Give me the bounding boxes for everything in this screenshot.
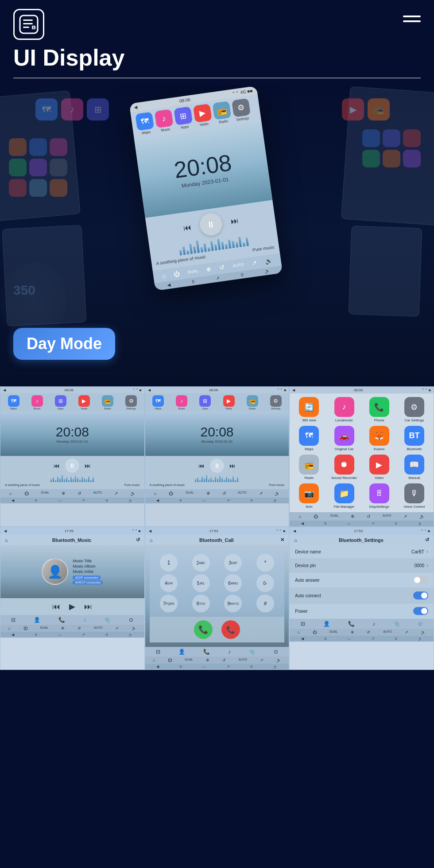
app-maps[interactable]: 🗺 Maps xyxy=(293,426,325,451)
dial-8[interactable]: 8TUV xyxy=(192,595,210,612)
dial-5[interactable]: 5JKL xyxy=(192,574,210,592)
app-radio[interactable]: 📻 Radio xyxy=(293,455,325,480)
bt-nav-circle-2[interactable]: ⊙ xyxy=(274,649,278,655)
mini-prev-1[interactable]: ⏮ xyxy=(54,462,60,469)
dial-3[interactable]: 3DEF xyxy=(224,554,242,572)
bt-nav-phone-2[interactable]: 📞 xyxy=(203,649,210,655)
app-localmusic[interactable]: ♪ Localmusic xyxy=(328,397,360,422)
app-carsettings[interactable]: ⚙ Car Settings xyxy=(399,397,430,422)
mini-radio-1[interactable]: 📻 Radio xyxy=(96,395,119,410)
call-accept-button[interactable]: 📞 xyxy=(194,620,213,639)
mini-prev-2[interactable]: ⏮ xyxy=(198,462,205,469)
bt-nav-circle-3[interactable]: ⊙ xyxy=(418,621,422,627)
mini-radio-2[interactable]: 📻 Radio xyxy=(241,395,264,410)
bt-nav-phone[interactable]: 📞 xyxy=(58,617,65,623)
mini-power-2[interactable]: ⏻ xyxy=(169,491,173,496)
app-360view[interactable]: 🔄 360 view xyxy=(293,397,325,422)
next-icon[interactable]: ⏭ xyxy=(230,216,240,226)
app-bluetooth[interactable]: BT Bluetooth xyxy=(399,426,430,451)
bt-nav-music-3[interactable]: ♪ xyxy=(373,621,376,627)
volume-icon[interactable]: 🔊 xyxy=(264,257,273,265)
prev-icon[interactable]: ⏮ xyxy=(183,222,192,233)
mini-next-1[interactable]: ⏭ xyxy=(85,462,91,469)
bt-nav-clip-2[interactable]: 📎 xyxy=(249,649,256,655)
bt-close-icon[interactable]: ✕ xyxy=(280,537,284,543)
bt-prev[interactable]: ⏮ xyxy=(52,602,60,611)
mini-settings-2[interactable]: ⚙ Settings xyxy=(264,395,287,410)
bt-nav-phone-3[interactable]: 📞 xyxy=(348,621,355,627)
bt-next[interactable]: ⏭ xyxy=(84,602,92,611)
call-decline-button[interactable]: 📞 xyxy=(221,620,240,639)
mini-home-3[interactable]: ⌂ xyxy=(298,514,301,519)
mini-apps-1[interactable]: ⊞ Apps xyxy=(49,395,72,410)
setting-auto-connect[interactable]: Auto connect xyxy=(290,588,434,603)
mini-home-2[interactable]: ⌂ xyxy=(154,491,157,496)
bt-nav-music[interactable]: ♪ xyxy=(83,617,86,623)
power-icon[interactable]: ⏻ xyxy=(173,270,180,278)
mini-maps-2[interactable]: 🗺 Maps xyxy=(147,395,170,410)
mini-maps-1[interactable]: 🗺 Maps xyxy=(2,395,25,410)
app-originalcar[interactable]: 🚗 Original Car xyxy=(328,426,360,451)
app-phone[interactable]: 📞 Phone xyxy=(364,397,395,422)
settings-app[interactable]: ⚙ Settings xyxy=(232,98,251,122)
dial-9[interactable]: 9WXYZ xyxy=(224,595,242,612)
home-icon[interactable]: ⌂ xyxy=(162,272,167,280)
play-pause-button[interactable]: ⏸ xyxy=(198,212,223,237)
mini-home-1[interactable]: ⌂ xyxy=(9,491,12,496)
setting-device-pin[interactable]: Device pin 0000 › xyxy=(290,559,434,572)
bt-nav-grid[interactable]: ⊟ xyxy=(11,617,16,623)
bt-nav-circle[interactable]: ⊙ xyxy=(129,617,133,623)
apps-app[interactable]: ⊞ Apps xyxy=(174,106,193,130)
mini-apps-2[interactable]: ⊞ Apps xyxy=(194,395,217,410)
dial-4[interactable]: 4GHI xyxy=(160,574,178,592)
dial-7[interactable]: 7PQRS xyxy=(160,595,178,612)
mini-music-2[interactable]: ♪ Music xyxy=(170,395,193,410)
app-filemanager[interactable]: 📁 File Manager xyxy=(328,483,360,509)
app-avin[interactable]: 📷 Avin xyxy=(293,483,325,509)
app-voicecontrol[interactable]: 🎙 Voice Control xyxy=(399,483,430,509)
dial-1[interactable]: 1 xyxy=(160,554,178,572)
setting-device-name[interactable]: Device name CarBT › xyxy=(290,545,434,559)
radio-app[interactable]: 📻 Radio xyxy=(212,101,232,125)
mini-settings-1[interactable]: ⚙ Settings xyxy=(120,395,143,410)
bt-nav-clip[interactable]: 📎 xyxy=(104,617,111,623)
bt-nav-user[interactable]: 👤 xyxy=(34,617,40,623)
app-kuwoo[interactable]: 🦊 Kuwoo xyxy=(364,426,395,451)
bt-nav-user-3[interactable]: 👤 xyxy=(323,621,330,627)
app-soundrecorder[interactable]: ⏺ Sound Recorder xyxy=(328,455,360,480)
toggle-auto-answer[interactable] xyxy=(413,576,428,584)
toggle-auto-connect[interactable] xyxy=(413,592,428,599)
setting-auto-answer[interactable]: Auto answer xyxy=(290,572,434,588)
mini-video-2[interactable]: ▶ Vedio xyxy=(217,395,240,410)
dial-zero-dash[interactable]: 0- xyxy=(256,574,274,592)
hamburger-menu-icon[interactable] xyxy=(403,9,421,22)
dial-2[interactable]: 2ABC xyxy=(192,554,210,572)
mini-music-1[interactable]: ♪ Music xyxy=(26,395,48,410)
dial-hash[interactable]: # xyxy=(256,595,274,612)
bt-play[interactable]: ▶ xyxy=(69,602,75,611)
bt-home-icon-2[interactable]: ⌂ xyxy=(150,537,153,543)
bt-nav-music-2[interactable]: ♪ xyxy=(228,649,231,655)
dial-star[interactable]: * xyxy=(256,554,274,572)
mini-video-1[interactable]: ▶ Vedio xyxy=(73,395,95,410)
mini-play-1[interactable]: ⏸ xyxy=(65,459,79,473)
music-app[interactable]: ♪ Music xyxy=(155,109,174,133)
mini-play-2[interactable]: ⏸ xyxy=(210,459,224,473)
video-app[interactable]: ▶ Vedio xyxy=(193,104,213,128)
toggle-power[interactable] xyxy=(413,607,428,615)
app-video[interactable]: ▶ Video xyxy=(364,455,395,480)
bt-nav-grid-3[interactable]: ⊟ xyxy=(301,621,305,627)
bt-refresh-icon[interactable]: ↺ xyxy=(136,537,140,543)
app-dispsettings[interactable]: 🎚 DispSettings xyxy=(364,483,395,509)
setting-power[interactable]: Power xyxy=(290,603,434,619)
bt-nav-clip-3[interactable]: 📎 xyxy=(394,621,400,627)
dial-6[interactable]: 6MNO xyxy=(224,574,242,592)
bt-back-arrow[interactable]: ↺ xyxy=(425,537,429,543)
bt-nav-grid-2[interactable]: ⊟ xyxy=(156,649,160,655)
bt-home-icon-3[interactable]: ⌂ xyxy=(294,537,297,543)
mini-power-3[interactable]: ⏻ xyxy=(314,514,318,519)
maps-app[interactable]: 🗺 Maps xyxy=(135,112,155,136)
bt-nav-user-2[interactable]: 👤 xyxy=(178,649,185,655)
mini-power-1[interactable]: ⏻ xyxy=(24,491,29,496)
bt-home-icon[interactable]: ⌂ xyxy=(5,537,8,543)
